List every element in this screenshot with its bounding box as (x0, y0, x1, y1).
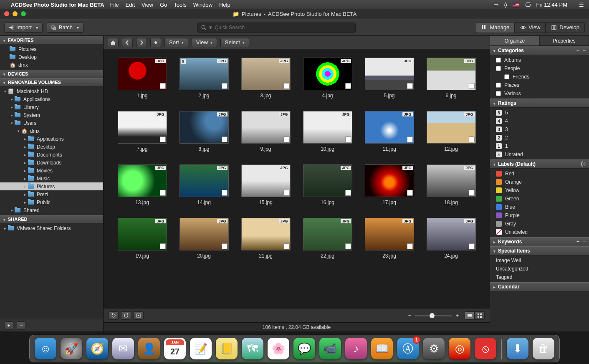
category-albums[interactable]: Albums (490, 56, 589, 64)
labels-gear-icon[interactable] (580, 161, 586, 167)
tree-users[interactable]: ▾Users (0, 119, 103, 127)
thumbnail[interactable]: JPG14.jpg (177, 164, 231, 205)
tab-organize[interactable]: Organize (490, 36, 540, 46)
dock-photos[interactable]: 🌸 (268, 338, 289, 359)
thumbnail-area[interactable]: JPG1.jpg5JPG2.jpgJPG3.jpgJPG4.jpgJPG5.jp… (104, 49, 490, 308)
thumb-checkbox[interactable] (160, 136, 166, 142)
tree-dmx[interactable]: ▾🏠dmx (0, 127, 103, 135)
view-thumbnails-button[interactable] (465, 311, 475, 320)
tree-public[interactable]: ▸Public (0, 198, 103, 206)
thumb-checkbox[interactable] (345, 243, 351, 249)
view-dropdown[interactable]: View (192, 38, 217, 47)
thumb-checkbox[interactable] (469, 83, 475, 89)
input-source-icon[interactable] (513, 3, 519, 7)
menu-go[interactable]: Go (160, 2, 167, 8)
thumb-checkbox[interactable] (469, 190, 475, 196)
thumb-checkbox[interactable] (222, 243, 228, 249)
label-yellow[interactable]: Yellow (490, 186, 589, 195)
label-red[interactable]: Red (490, 169, 589, 178)
rotate-cw-button[interactable] (121, 311, 131, 320)
mode-view[interactable]: View (515, 22, 546, 33)
thumbnail[interactable]: JPG21.jpg (239, 218, 293, 259)
thumb-checkbox[interactable] (469, 243, 475, 249)
notification-center-icon[interactable]: ☰ (579, 2, 584, 8)
tree-prezi[interactable]: ▸Prezi (0, 190, 103, 198)
dock-messages[interactable]: 💬 (293, 338, 315, 359)
dock-downloads[interactable]: ⬇ (507, 338, 528, 359)
category-friends[interactable]: Friends (490, 73, 589, 81)
keywords-header[interactable]: Keywords+− (490, 237, 589, 246)
tree-macintosh-hd[interactable]: ▾Macintosh HD (0, 87, 103, 95)
thumbnail[interactable]: JPG16.jpg (301, 164, 354, 205)
add-favorite-button[interactable]: + (4, 321, 13, 330)
window-zoom-button[interactable] (21, 11, 26, 16)
dock-acdsee[interactable]: ◎ (449, 338, 470, 359)
dock-mail[interactable]: ✉ (112, 338, 134, 359)
removable-volumes-header[interactable]: REMOVABLE VOLUMES (0, 78, 103, 86)
menubar-app-title[interactable]: ACDSee Photo Studio for Mac BETA (11, 2, 104, 8)
tab-properties[interactable]: Properties (540, 36, 589, 46)
thumbnail[interactable]: JPG18.jpg (425, 164, 478, 205)
thumbnail[interactable]: JPG19.jpg (116, 218, 169, 259)
tree-library[interactable]: ▸Library (0, 103, 103, 111)
dock-nosign[interactable]: ⦸ (475, 338, 496, 359)
thumbnail[interactable]: JPG23.jpg (363, 218, 416, 259)
category-people[interactable]: People (490, 64, 589, 73)
dock-safari[interactable]: 🧭 (86, 338, 108, 359)
thumb-checkbox[interactable] (407, 83, 413, 89)
zoom-out-icon[interactable]: − (408, 312, 412, 318)
thumb-checkbox[interactable] (407, 243, 413, 249)
devices-header[interactable]: DEVICES (0, 70, 103, 78)
category-checkbox[interactable] (504, 74, 509, 79)
tree-vmware-shared-folders[interactable]: ▸VMware Shared Folders (0, 224, 103, 232)
label-purple[interactable]: Purple (490, 211, 589, 220)
favorite-pictures[interactable]: Pictures (0, 45, 103, 53)
dock-ibooks[interactable]: 📖 (371, 338, 393, 359)
dock-itunes[interactable]: ♪ (345, 338, 367, 359)
thumbnail-zoom[interactable]: − + (408, 312, 459, 318)
thumbnail[interactable]: JPG10.jpg (301, 111, 354, 152)
thumbnail[interactable]: JPG7.jpg (116, 111, 169, 152)
slideshow-button[interactable] (134, 311, 144, 320)
menu-file[interactable]: File (110, 2, 119, 8)
thumbnail[interactable]: JPG1.jpg (116, 58, 169, 99)
rating-3[interactable]: 33 (490, 125, 589, 134)
select-dropdown[interactable]: Select (220, 38, 249, 47)
tree-shared[interactable]: ▸Shared (0, 206, 103, 214)
dock-reminders[interactable]: 📝 (190, 338, 212, 359)
nav-forward-button[interactable] (136, 38, 147, 47)
thumbnail[interactable]: JPG22.jpg (301, 218, 354, 259)
dock-trash[interactable]: 🗑 (533, 338, 554, 359)
add-keyword-icon[interactable]: + (576, 239, 579, 245)
thumbnail[interactable]: JPG20.jpg (177, 218, 231, 259)
thumbnail[interactable]: JPG11.jpg (363, 111, 416, 152)
ratings-header[interactable]: Ratings (490, 99, 589, 108)
menu-window[interactable]: Window (193, 2, 212, 8)
tree-movies[interactable]: ▸Movies (0, 167, 103, 174)
thumb-checkbox[interactable] (222, 136, 228, 142)
import-button[interactable]: Import (4, 23, 43, 33)
tree-pictures[interactable]: ▸Pictures (0, 182, 103, 190)
special-image-well[interactable]: Image Well (490, 256, 589, 265)
menu-edit[interactable]: Edit (126, 2, 135, 8)
label-gray[interactable]: Gray (490, 220, 589, 228)
category-places[interactable]: Places (490, 81, 589, 89)
thumbnail[interactable]: JPG24.jpg (425, 218, 478, 259)
dock-calendar[interactable]: JAN27 (164, 338, 186, 359)
thumbnail[interactable]: JPG9.jpg (239, 111, 293, 152)
special-uncategorized[interactable]: Uncategorized (490, 265, 589, 273)
tree-downloads[interactable]: ▸Downloads (0, 159, 103, 167)
nav-home-button[interactable] (108, 38, 119, 47)
rotate-ccw-button[interactable] (109, 311, 119, 320)
displays-icon[interactable]: 🖵 (525, 2, 531, 8)
shared-header[interactable]: SHARED (0, 215, 103, 223)
thumb-checkbox[interactable] (407, 190, 413, 196)
tree-music[interactable]: ▸Music (0, 174, 103, 182)
rating-1[interactable]: 11 (490, 142, 589, 150)
tree-applications[interactable]: ▸Applications (0, 95, 103, 103)
thumb-checkbox[interactable] (283, 83, 289, 89)
rating-unrated[interactable]: ✕Unrated (490, 150, 589, 159)
thumb-checkbox[interactable] (283, 243, 289, 249)
thumbnail[interactable]: JPG12.jpg (425, 111, 478, 152)
category-checkbox[interactable] (496, 58, 501, 63)
